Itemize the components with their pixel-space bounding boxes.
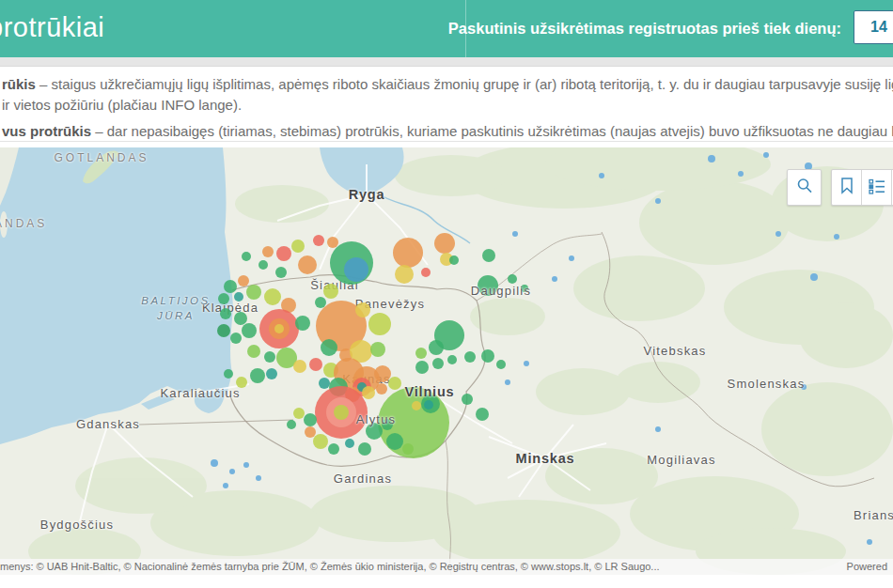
outbreak-bubble[interactable]	[481, 349, 494, 363]
outbreak-bubble[interactable]	[393, 238, 423, 268]
map-tools-group	[831, 169, 893, 206]
outbreak-bubble[interactable]	[258, 260, 268, 270]
bookmark-button[interactable]	[832, 170, 861, 205]
sea-label-jura: JŪRA	[157, 310, 195, 321]
description-panel: rūkis – staigus užkrečiamųjų ligų išplit…	[0, 67, 893, 142]
outbreak-bubble[interactable]	[264, 351, 275, 363]
outbreak-bubble[interactable]	[224, 280, 237, 293]
outbreak-bubble[interactable]	[293, 360, 306, 373]
outbreak-bubble[interactable]	[508, 274, 517, 284]
map-label-karaliaucius: Karaliaučius	[160, 386, 240, 400]
outbreak-bubble[interactable]	[374, 365, 391, 382]
map-label-vilnius: Vilnius	[405, 384, 455, 399]
outbreak-bubble[interactable]	[482, 249, 495, 262]
outbreak-bubble[interactable]	[224, 369, 233, 379]
legend-list-icon	[868, 177, 886, 199]
attribution-text: menys: © UAB Hnit-Baltic, © Nacionalinė …	[0, 559, 660, 575]
outbreak-bubble[interactable]	[242, 323, 257, 338]
outbreak-bubble[interactable]	[309, 358, 322, 371]
outbreak-bubble[interactable]	[334, 405, 349, 420]
outbreak-bubble[interactable]	[321, 339, 337, 356]
outbreak-bubble[interactable]	[293, 408, 305, 419]
outbreak-bubble[interactable]	[344, 257, 368, 282]
outbreak-bubble[interactable]	[242, 252, 251, 261]
outbreak-bubble[interactable]	[295, 316, 310, 331]
outbreak-bubble[interactable]	[328, 443, 339, 455]
days-input[interactable]: 14	[854, 10, 893, 44]
outbreak-bubble[interactable]	[388, 377, 401, 390]
map-label-gardinas: Gardinas	[334, 472, 392, 486]
outbreak-definition: rūkis – staigus užkrečiamųjų ligų išplit…	[2, 74, 893, 116]
outbreak-bubble[interactable]	[291, 240, 305, 253]
outbreak-bubble[interactable]	[434, 233, 455, 254]
outbreak-bubble[interactable]	[432, 358, 444, 369]
outbreak-bubble[interactable]	[447, 355, 457, 364]
outbreak-bubble[interactable]	[304, 413, 317, 426]
outbreak-bubble[interactable]	[230, 333, 242, 344]
outbreak-bubble[interactable]	[402, 443, 414, 455]
outbreak-bubble[interactable]	[234, 312, 247, 325]
map-label-alytus: Alytus	[356, 412, 397, 426]
outbreak-bubble[interactable]	[415, 348, 427, 359]
outbreak-bubble[interactable]	[218, 293, 229, 304]
outbreak-bubble[interactable]	[287, 420, 296, 429]
outbreak-bubble[interactable]	[319, 378, 330, 389]
outbreak-bubble[interactable]	[217, 324, 230, 337]
outbreak-bubble[interactable]	[262, 246, 274, 257]
outbreak-bubble[interactable]	[246, 285, 261, 300]
map-label-mogiliavas: Mogiliavas	[647, 453, 715, 467]
map-label-minskas: Minskas	[516, 451, 575, 466]
sea-label-baltijos: BALTIJOS	[141, 295, 210, 306]
active-outbreak-definition: vus protrūkis – dar nepasibaigęs (tiriam…	[2, 121, 893, 142]
outbreak-bubble[interactable]	[313, 235, 324, 246]
search-button[interactable]	[787, 169, 822, 206]
outbreak-bubble[interactable]	[362, 386, 375, 399]
outbreak-bubble[interactable]	[415, 361, 429, 374]
outbreak-bubble[interactable]	[496, 360, 506, 369]
outbreak-bubble[interactable]	[464, 351, 476, 363]
legend-button[interactable]	[861, 170, 891, 205]
outbreak-bubble[interactable]	[298, 255, 317, 274]
active-definition-term: vus protrūkis	[2, 123, 91, 139]
map-label-olandas: ANDAS	[0, 217, 47, 230]
outbreak-bubble[interactable]	[462, 394, 473, 405]
outbreak-bubble[interactable]	[313, 434, 328, 449]
outbreak-bubble[interactable]	[368, 313, 391, 335]
outbreak-bubble[interactable]	[266, 368, 277, 379]
outbreak-bubble[interactable]	[274, 324, 284, 333]
outbreak-bubble[interactable]	[476, 408, 489, 421]
search-icon	[795, 177, 814, 199]
outbreak-bubble[interactable]	[247, 345, 260, 358]
outbreak-bubble[interactable]	[250, 368, 265, 383]
map-label-vitebskas: Vitebskas	[644, 344, 707, 358]
outbreak-bubble[interactable]	[276, 246, 291, 261]
outbreak-bubble[interactable]	[449, 255, 459, 265]
bookmark-icon	[839, 177, 854, 199]
powered-by-link[interactable]: Powered	[847, 559, 887, 575]
outbreak-bubble[interactable]	[376, 383, 387, 395]
outbreak-bubble[interactable]	[424, 400, 433, 410]
outbreak-bubble[interactable]	[345, 439, 354, 448]
map-label-smolenskas: Smolenskas	[728, 377, 806, 391]
outbreak-bubble[interactable]	[355, 302, 370, 317]
outbreak-bubble[interactable]	[264, 288, 281, 305]
outbreak-bubble[interactable]	[395, 265, 414, 284]
outbreak-bubble[interactable]	[358, 442, 371, 456]
outbreak-bubble[interactable]	[315, 297, 326, 308]
outbreak-bubble[interactable]	[327, 237, 338, 248]
outbreak-bubble[interactable]	[305, 426, 316, 438]
outbreak-bubble[interactable]	[370, 342, 385, 357]
page-title: protrūkiai	[0, 12, 104, 43]
outbreak-bubble[interactable]	[421, 268, 431, 277]
outbreak-bubble[interactable]	[323, 284, 338, 299]
outbreak-bubble[interactable]	[412, 401, 421, 410]
outbreak-bubble[interactable]	[386, 433, 403, 450]
map-canvas[interactable]: Klaipėda Šiauliai Panevėžys Kaunas GOTLA…	[0, 147, 893, 575]
outbreak-bubble[interactable]	[434, 320, 464, 350]
outbreak-bubble[interactable]	[234, 292, 243, 302]
days-label: Paskutinis užsikrėtimas registruotas pri…	[448, 20, 841, 38]
outbreak-bubble[interactable]	[220, 308, 231, 319]
map-label-gotlandas: GOTLANDAS	[54, 151, 149, 164]
outbreak-bubble[interactable]	[275, 267, 287, 278]
outbreak-bubble[interactable]	[238, 275, 249, 286]
